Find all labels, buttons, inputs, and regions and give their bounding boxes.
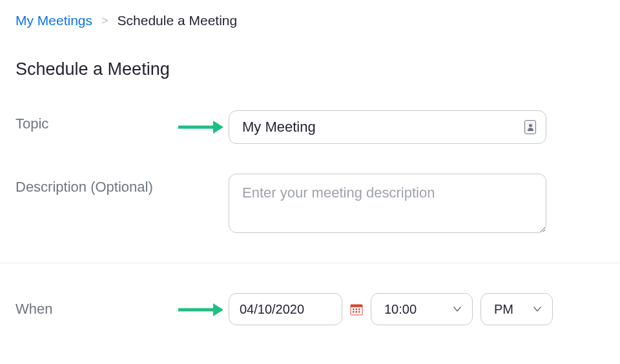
date-input[interactable]	[229, 293, 342, 325]
time-value: 10:00	[384, 302, 417, 317]
svg-rect-9	[353, 311, 355, 313]
ampm-select[interactable]: PM	[480, 293, 553, 325]
breadcrumb: My Meetings > Schedule a Meeting	[16, 13, 604, 28]
svg-rect-11	[358, 311, 360, 313]
description-textarea[interactable]	[229, 174, 546, 233]
label-description: Description (Optional)	[16, 174, 229, 196]
time-select[interactable]: 10:00	[371, 293, 473, 325]
chevron-down-icon	[453, 305, 462, 314]
row-topic: Topic	[16, 110, 604, 144]
ampm-value: PM	[494, 302, 513, 317]
calendar-icon[interactable]	[350, 303, 363, 316]
row-description: Description (Optional)	[16, 174, 604, 233]
svg-rect-6	[353, 308, 355, 310]
page-title: Schedule a Meeting	[16, 59, 604, 79]
breadcrumb-current: Schedule a Meeting	[118, 13, 238, 28]
breadcrumb-separator: >	[101, 14, 108, 28]
label-topic: Topic	[16, 110, 229, 132]
svg-rect-7	[356, 308, 358, 310]
svg-rect-8	[358, 308, 360, 310]
section-divider	[0, 263, 620, 263]
topic-input[interactable]	[229, 110, 546, 144]
label-when: When	[16, 293, 229, 318]
svg-rect-10	[356, 311, 358, 313]
breadcrumb-link-my-meetings[interactable]: My Meetings	[16, 13, 92, 28]
contact-card-icon	[524, 120, 536, 134]
chevron-down-icon	[533, 305, 542, 314]
svg-rect-5	[351, 305, 362, 307]
row-when: When 10:00 PM	[16, 293, 604, 325]
